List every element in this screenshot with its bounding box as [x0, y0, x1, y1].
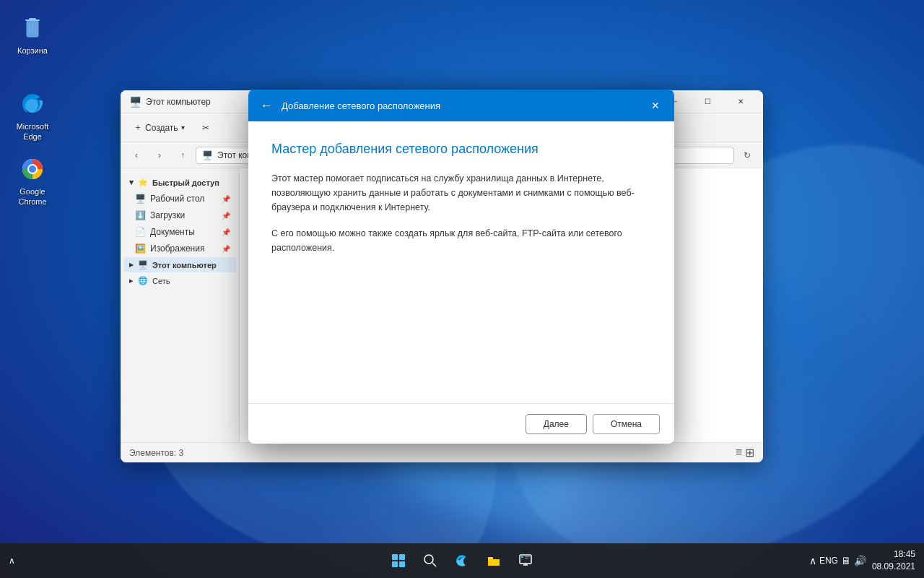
svg-point-7	[25, 105, 35, 111]
language-indicator[interactable]: ENG	[819, 556, 838, 566]
windows-logo-icon	[392, 554, 405, 567]
quick-access-label: Быстрый доступ	[152, 178, 219, 187]
clock-date: 08.09.2021	[872, 561, 915, 573]
taskbar-explorer-button[interactable]	[479, 546, 508, 575]
taskbar-system-button[interactable]	[511, 546, 540, 575]
network-tray-icon[interactable]: 🖥	[841, 555, 851, 566]
desktop-label: Рабочий стол	[150, 194, 204, 204]
downloads-label: Загрузки	[150, 210, 185, 220]
dialog-close-button[interactable]: ✕	[642, 92, 668, 118]
documents-label: Документы	[150, 227, 195, 237]
maximize-button[interactable]: ☐	[691, 90, 724, 113]
pin-icon: 📌	[222, 195, 230, 203]
taskbar-edge-button[interactable]	[448, 546, 476, 575]
add-network-location-dialog: ← Добавление сетевого расположения ✕ Мас…	[248, 90, 674, 444]
address-bar-icon: 🖥️	[202, 150, 213, 160]
explorer-sidebar: ▾ ⭐ Быстрый доступ 🖥️ Рабочий стол 📌 ⬇️ …	[121, 168, 240, 442]
back-button[interactable]: ‹	[126, 145, 147, 165]
dialog-footer: Далее Отмена	[248, 403, 674, 444]
recycle-bin-label: Корзина	[17, 46, 48, 56]
close-button[interactable]: ✕	[724, 90, 757, 113]
taskbar-explorer-icon	[487, 553, 501, 568]
up-button[interactable]: ↑	[173, 145, 193, 165]
images-label: Изображения	[150, 243, 204, 254]
create-button[interactable]: ＋ Создать ▾	[126, 118, 192, 137]
taskbar-edge-icon	[455, 553, 469, 568]
sidebar-item-documents[interactable]: 📄 Документы 📌	[123, 224, 236, 240]
system-tray: ∧ ENG 🖥 🔊	[809, 555, 866, 566]
clock-time: 18:45	[872, 548, 915, 561]
desktop-icon-recycle[interactable]: Корзина	[7, 11, 58, 59]
sidebar-item-images[interactable]: 🖼️ Изображения 📌	[123, 241, 236, 256]
explorer-statusbar: Элементов: 3 ≡ ⊞	[121, 442, 763, 462]
desktop-icon-edge[interactable]: Microsoft Edge	[7, 87, 58, 145]
expand-icon: ▾	[129, 178, 134, 187]
taskbar-right: ∧ ENG 🖥 🔊 18:45 08.09.2021	[809, 548, 915, 573]
items-count: Элементов: 3	[129, 448, 183, 458]
taskbar-center	[384, 546, 540, 575]
network-section[interactable]: ▸ 🌐 Сеть	[123, 273, 236, 288]
dialog-back-button[interactable]: ←	[260, 98, 273, 113]
network-icon-sidebar: 🌐	[138, 276, 148, 285]
documents-icon-sidebar: 📄	[135, 227, 146, 237]
list-view-icon[interactable]: ≡	[736, 446, 742, 460]
dialog-paragraph-2: С его помощью можно также создать ярлык …	[271, 226, 651, 255]
sidebar-item-downloads[interactable]: ⬇️ Загрузки 📌	[123, 207, 236, 223]
forward-button[interactable]: ›	[149, 145, 170, 165]
system-clock[interactable]: 18:45 08.09.2021	[872, 548, 915, 573]
taskbar-system-icon	[518, 553, 533, 568]
pin-icon-3: 📌	[222, 228, 230, 236]
recycle-bin-icon	[18, 14, 47, 43]
this-computer-label: Этот компьютер	[152, 261, 217, 269]
quick-access-section[interactable]: ▾ ⭐ Быстрый доступ	[123, 175, 236, 190]
svg-point-10	[29, 165, 36, 173]
dialog-title-text: Добавление сетевого расположения	[282, 100, 440, 111]
expand-icon-3: ▸	[129, 276, 134, 285]
search-button[interactable]	[416, 546, 445, 575]
dialog-content: Мастер добавления сетевого расположения …	[248, 121, 674, 403]
plus-icon: ＋	[134, 121, 142, 134]
svg-rect-19	[521, 556, 523, 558]
taskbar: ∧	[0, 543, 924, 578]
svg-rect-21	[525, 558, 528, 558]
pin-icon-4: 📌	[222, 245, 230, 253]
chrome-icon	[18, 155, 47, 184]
downloads-icon-sidebar: ⬇️	[135, 210, 146, 220]
dialog-title-left: ← Добавление сетевого расположения	[260, 98, 440, 113]
pin-icon-2: 📌	[222, 212, 230, 220]
tray-arrow-icon[interactable]: ∧	[809, 555, 816, 566]
search-icon	[423, 553, 437, 568]
svg-line-12	[432, 563, 436, 566]
cut-button[interactable]: ✂	[195, 120, 217, 136]
desktop: Корзина Microsoft Edge	[0, 0, 924, 578]
taskbar-left: ∧	[9, 556, 15, 566]
scissors-icon: ✂	[202, 123, 209, 133]
this-computer-section[interactable]: ▸ 🖥️ Этот компьютер	[123, 257, 236, 272]
edge-label: Microsoft Edge	[10, 121, 55, 142]
explorer-title-text: Этот компьютер	[146, 97, 211, 107]
computer-icon-sidebar: 🖥️	[138, 260, 148, 269]
refresh-button[interactable]: ↻	[737, 145, 757, 165]
next-button[interactable]: Далее	[526, 414, 587, 434]
sidebar-item-desktop[interactable]: 🖥️ Рабочий стол 📌	[123, 191, 236, 207]
expand-icon-2: ▸	[129, 260, 134, 269]
desktop-icon-sidebar: 🖥️	[135, 194, 146, 204]
svg-rect-16	[520, 555, 531, 564]
statusbar-icons: ≡ ⊞	[736, 446, 754, 460]
images-icon-sidebar: 🖼️	[135, 243, 146, 254]
svg-point-11	[424, 555, 433, 564]
show-hidden-tray-button[interactable]: ∧	[9, 556, 15, 566]
start-button[interactable]	[384, 546, 413, 575]
dialog-paragraph-1: Этот мастер помогает подписаться на служ…	[271, 171, 651, 215]
svg-rect-15	[488, 559, 500, 566]
dropdown-arrow-icon: ▾	[181, 124, 185, 131]
desktop-icon-chrome[interactable]: Google Chrome	[7, 152, 58, 210]
volume-tray-icon[interactable]: 🔊	[854, 555, 866, 566]
dialog-titlebar: ← Добавление сетевого расположения ✕	[248, 90, 674, 121]
network-label: Сеть	[152, 277, 170, 285]
cancel-button[interactable]: Отмена	[593, 414, 660, 434]
dialog-heading: Мастер добавления сетевого расположения	[271, 142, 651, 157]
grid-view-icon[interactable]: ⊞	[745, 446, 754, 460]
svg-rect-20	[525, 556, 530, 557]
edge-icon	[18, 90, 47, 118]
